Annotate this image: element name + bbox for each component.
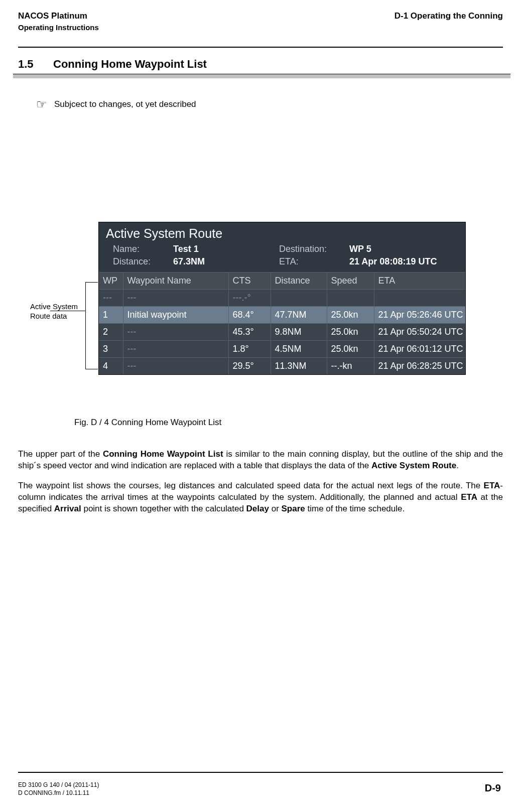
annotation-bracket bbox=[85, 282, 98, 369]
header-left: NACOS Platinum Operating Instructions bbox=[18, 11, 99, 32]
col-distance: Distance bbox=[271, 273, 327, 290]
p2b4: Delay bbox=[246, 504, 269, 513]
page-header: NACOS Platinum Operating Instructions D-… bbox=[18, 11, 503, 47]
cell bbox=[374, 290, 465, 307]
cell: 45.3° bbox=[228, 324, 271, 341]
cell bbox=[271, 290, 327, 307]
cell: 29.5° bbox=[228, 358, 271, 375]
cell: 1.8° bbox=[228, 341, 271, 358]
top-rule bbox=[18, 47, 503, 48]
cell: 21 Apr 05:50:24 UTC bbox=[374, 324, 465, 341]
cell: 68.4° bbox=[228, 307, 271, 324]
table-header-row: WP Waypoint Name CTS Distance Speed ETA bbox=[99, 273, 465, 290]
footer-left: ED 3100 G 140 / 04 (2011-11) D CONNING.f… bbox=[18, 781, 99, 797]
active-system-route-panel: Active System Route Name: Test 1 Destina… bbox=[98, 222, 466, 375]
section-title: Conning Home Waypoint List bbox=[53, 58, 207, 71]
cell: 21 Apr 06:28:25 UTC bbox=[374, 358, 465, 375]
section-bar bbox=[13, 74, 510, 78]
col-eta: ETA bbox=[374, 273, 465, 290]
p1d: . bbox=[456, 461, 459, 470]
asr-title: Active System Route bbox=[99, 222, 465, 243]
p2e: point is shown together with the calcula… bbox=[81, 504, 246, 513]
cell: 11.3NM bbox=[271, 358, 327, 375]
body-paragraph-2: The waypoint list shows the courses, leg… bbox=[18, 480, 503, 515]
p1b1: Conning Home Waypoint List bbox=[103, 449, 223, 459]
asr-dist-value: 67.3NM bbox=[173, 256, 279, 267]
p2b2: ETA bbox=[461, 492, 477, 502]
table-row[interactable]: ---------.-° bbox=[99, 290, 465, 307]
asr-eta-value: 21 Apr 08:08:19 UTC bbox=[349, 256, 455, 267]
cell: 25.0kn bbox=[327, 324, 374, 341]
cell: --- bbox=[123, 324, 228, 341]
cell bbox=[327, 290, 374, 307]
p1b2: Active System Route bbox=[371, 461, 456, 470]
bottom-rule bbox=[18, 772, 503, 773]
footer-l1: ED 3100 G 140 / 04 (2011-11) bbox=[18, 781, 99, 789]
asr-meta: Name: Test 1 Destination: WP 5 Distance:… bbox=[99, 243, 465, 272]
figure-wrap: Active System Route data Active System R… bbox=[30, 222, 491, 382]
asr-eta-label: ETA: bbox=[279, 256, 349, 267]
footer-page-number: D-9 bbox=[485, 782, 501, 794]
cell: 47.7NM bbox=[271, 307, 327, 324]
cell: --- bbox=[99, 290, 123, 307]
doc-title: NACOS Platinum bbox=[18, 11, 99, 21]
cell: --- bbox=[123, 358, 228, 375]
cell: 21 Apr 05:26:46 UTC bbox=[374, 307, 465, 324]
doc-subtitle: Operating Instructions bbox=[18, 23, 99, 32]
cell: --.-kn bbox=[327, 358, 374, 375]
section-number: 1.5 bbox=[18, 58, 53, 71]
p2f: or bbox=[269, 504, 282, 513]
p1a: The upper part of the bbox=[18, 449, 103, 459]
col-speed: Speed bbox=[327, 273, 374, 290]
section-heading: 1.5 Conning Home Waypoint List bbox=[18, 58, 503, 71]
col-waypoint-name: Waypoint Name bbox=[123, 273, 228, 290]
p2b5: Spare bbox=[282, 504, 305, 513]
annotation-leader-line bbox=[50, 311, 85, 311]
asr-name-value: Test 1 bbox=[173, 244, 279, 254]
body-paragraph-1: The upper part of the Conning Home Waypo… bbox=[18, 449, 503, 472]
annotation-line1: Active System bbox=[30, 302, 78, 311]
chapter-ref: D-1 Operating the Conning bbox=[395, 11, 503, 21]
table-row[interactable]: 1Initial waypoint68.4°47.7NM25.0kn21 Apr… bbox=[99, 307, 465, 324]
p2g: time of the time schedule. bbox=[305, 504, 405, 513]
col-wp: WP bbox=[99, 273, 123, 290]
p2a: The waypoint list shows the courses, leg… bbox=[18, 481, 484, 490]
asr-dist-label: Distance: bbox=[113, 256, 173, 267]
p2b1: ETA bbox=[484, 481, 500, 490]
cell: 3 bbox=[99, 341, 123, 358]
cell: --- bbox=[123, 341, 228, 358]
cell: Initial waypoint bbox=[123, 307, 228, 324]
asr-dest-value: WP 5 bbox=[349, 244, 455, 254]
cell: 1 bbox=[99, 307, 123, 324]
cell: 2 bbox=[99, 324, 123, 341]
figure-caption: Fig. D / 4 Conning Home Waypoint List bbox=[74, 418, 503, 428]
cell: --- bbox=[123, 290, 228, 307]
note-text: Subjcect to changes, ot yet described bbox=[54, 99, 196, 109]
asr-dest-label: Destination: bbox=[279, 244, 349, 254]
annotation-line2: Route data bbox=[30, 312, 67, 320]
cell: 25.0kn bbox=[327, 307, 374, 324]
cell: ---.-° bbox=[228, 290, 271, 307]
p2b3: Arrival bbox=[54, 504, 81, 513]
col-cts: CTS bbox=[228, 273, 271, 290]
table-row[interactable]: 2---45.3°9.8NM25.0kn21 Apr 05:50:24 UTC bbox=[99, 324, 465, 341]
cell: 4.5NM bbox=[271, 341, 327, 358]
asr-name-label: Name: bbox=[113, 244, 173, 254]
waypoint-table: WP Waypoint Name CTS Distance Speed ETA … bbox=[99, 272, 465, 374]
table-row[interactable]: 3---1.8°4.5NM25.0kn21 Apr 06:01:12 UTC bbox=[99, 341, 465, 358]
pointing-hand-icon: ☞ bbox=[36, 97, 47, 111]
cell: 4 bbox=[99, 358, 123, 375]
cell: 9.8NM bbox=[271, 324, 327, 341]
cell: 21 Apr 06:01:12 UTC bbox=[374, 341, 465, 358]
annotation-label: Active System Route data bbox=[30, 302, 90, 321]
footer-l2: D CONNING.fm / 10.11.11 bbox=[18, 789, 99, 797]
note-row: ☞ Subjcect to changes, ot yet described bbox=[36, 97, 503, 111]
table-row[interactable]: 4---29.5°11.3NM--.-kn21 Apr 06:28:25 UTC bbox=[99, 358, 465, 375]
cell: 25.0kn bbox=[327, 341, 374, 358]
